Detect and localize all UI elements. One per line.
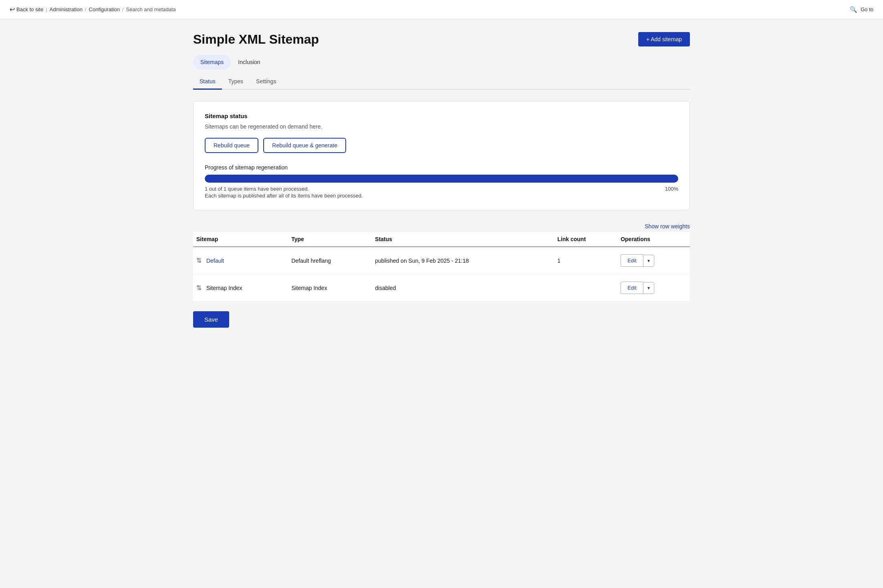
back-arrow-icon: ↩	[10, 6, 15, 13]
row1-linkcount: 1	[554, 247, 617, 274]
subtab-status[interactable]: Status	[193, 74, 222, 90]
tab-inclusion[interactable]: Inclusion	[231, 55, 267, 69]
back-to-site-link[interactable]: ↩ Back to site	[10, 6, 43, 13]
row2-status: disabled	[372, 274, 554, 302]
sub-tabs: Status Types Settings	[193, 74, 690, 90]
breadcrumb-configuration[interactable]: Configuration	[89, 6, 120, 12]
rebuild-queue-generate-button[interactable]: Rebuild queue & generate	[263, 138, 346, 153]
sitemap-index-label: Sitemap Index	[206, 285, 242, 291]
table-header-row: Show row weights	[193, 223, 690, 230]
breadcrumb-sep-2: /	[85, 6, 87, 12]
progress-percent: 100%	[665, 186, 678, 199]
row1-sitemap: ⇅ Default	[193, 247, 288, 274]
breadcrumb-administration[interactable]: Administration	[50, 6, 83, 12]
col-linkcount: Link count	[554, 232, 617, 247]
tab-sitemaps[interactable]: Sitemaps	[193, 55, 231, 69]
progress-bar-fill	[205, 175, 678, 183]
breadcrumb-sep-3: /	[122, 6, 124, 12]
main-content: Simple XML Sitemap + Add sitemap Sitemap…	[177, 19, 706, 352]
goto-label: Go to	[861, 6, 873, 12]
subtab-settings[interactable]: Settings	[250, 74, 283, 90]
sitemap-status-card: Sitemap status Sitemaps can be regenerat…	[193, 101, 690, 210]
search-icon: 🔍	[850, 6, 857, 13]
add-sitemap-button[interactable]: + Add sitemap	[638, 32, 690, 46]
table-header-tr: Sitemap Type Status Link count Operation…	[193, 232, 690, 247]
progress-info: 1 out of 1 queue items have been process…	[205, 186, 678, 199]
default-sitemap-link[interactable]: Default	[206, 258, 224, 264]
back-to-site-label: Back to site	[16, 6, 43, 12]
subtab-types[interactable]: Types	[222, 74, 250, 90]
edit-btn-wrap-2: Edit ▾	[621, 282, 687, 294]
breadcrumb: ↩ Back to site | Administration / Config…	[10, 6, 176, 13]
edit-dropdown-button-1[interactable]: ▾	[643, 255, 654, 267]
edit-button-1[interactable]: Edit	[621, 254, 643, 267]
topbar: ↩ Back to site | Administration / Config…	[0, 0, 883, 19]
edit-dropdown-button-2[interactable]: ▾	[643, 282, 654, 294]
page-header: Simple XML Sitemap + Add sitemap	[193, 32, 690, 47]
table-row: ⇅ Default Default hreflang published on …	[193, 247, 690, 274]
edit-btn-wrap-1: Edit ▾	[621, 254, 687, 267]
action-buttons: Rebuild queue Rebuild queue & generate	[205, 138, 678, 153]
show-row-weights-button[interactable]: Show row weights	[645, 223, 690, 230]
table-row: ⇅ Sitemap Index Sitemap Index disabled E…	[193, 274, 690, 302]
table-body: ⇅ Default Default hreflang published on …	[193, 247, 690, 302]
sitemaps-table: Sitemap Type Status Link count Operation…	[193, 232, 690, 302]
rebuild-queue-button[interactable]: Rebuild queue	[205, 138, 258, 153]
sitemap-status-title: Sitemap status	[205, 113, 678, 119]
row1-operations: Edit ▾	[617, 247, 690, 274]
row1-status: published on Sun, 9 Feb 2025 - 21:18	[372, 247, 554, 274]
progress-text2: Each sitemap is published after all of i…	[205, 193, 363, 199]
sitemap-status-desc: Sitemaps can be regenerated on demand he…	[205, 123, 678, 130]
page-title: Simple XML Sitemap	[193, 32, 319, 47]
drag-handle-icon: ⇅	[196, 284, 202, 292]
progress-bar	[205, 175, 678, 183]
col-type: Type	[288, 232, 372, 247]
row1-type: Default hreflang	[288, 247, 372, 274]
col-sitemap: Sitemap	[193, 232, 288, 247]
progress-left-text: 1 out of 1 queue items have been process…	[205, 186, 363, 199]
breadcrumb-sep-1: |	[46, 6, 47, 12]
row2-linkcount	[554, 274, 617, 302]
row2-type: Sitemap Index	[288, 274, 372, 302]
save-button[interactable]: Save	[193, 311, 229, 328]
edit-button-2[interactable]: Edit	[621, 282, 643, 294]
col-operations: Operations	[617, 232, 690, 247]
breadcrumb-current: Search and metadata	[126, 6, 176, 12]
table-head: Sitemap Type Status Link count Operation…	[193, 232, 690, 247]
progress-text1: 1 out of 1 queue items have been process…	[205, 186, 363, 192]
nav-tabs: Sitemaps Inclusion	[193, 55, 690, 69]
goto-section[interactable]: 🔍 Go to	[850, 6, 873, 13]
col-status: Status	[372, 232, 554, 247]
row2-operations: Edit ▾	[617, 274, 690, 302]
row2-sitemap: ⇅ Sitemap Index	[193, 274, 288, 302]
drag-handle-icon: ⇅	[196, 257, 202, 264]
progress-title: Progress of sitemap regeneration	[205, 164, 678, 171]
